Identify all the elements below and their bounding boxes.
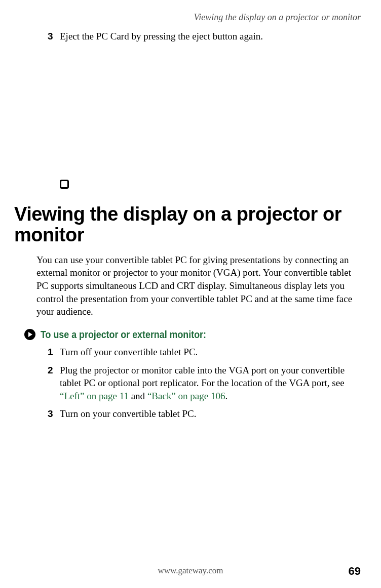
step-text: Plug the projector or monitor cable into… [60, 364, 361, 403]
procedure-step: 1 Turn off your convertible tablet PC. [48, 346, 361, 359]
step-text-part: Plug the projector or monitor cable into… [60, 365, 345, 389]
footer-url: www.gateway.com [0, 566, 381, 576]
stop-icon [60, 180, 69, 189]
section-heading: Viewing the display on a projector or mo… [14, 204, 361, 245]
step-number: 1 [48, 347, 56, 358]
page-number: 69 [349, 565, 361, 578]
cross-ref-link[interactable]: “Back” on page 106 [147, 391, 225, 401]
intro-paragraph: You can use your convertible tablet PC f… [36, 254, 361, 318]
step-text-part: and [129, 391, 147, 401]
section-end-marker [60, 180, 361, 191]
step-number: 2 [48, 365, 56, 376]
procedure-step: 2 Plug the projector or monitor cable in… [48, 364, 361, 403]
prev-section-step: 3 Eject the PC Card by pressing the ejec… [48, 30, 361, 43]
step-text-part: . [225, 391, 227, 401]
procedure-title: To use a projector or external monitor: [41, 328, 206, 341]
step-text: Eject the PC Card by pressing the eject … [60, 30, 263, 43]
running-header: Viewing the display on a projector or mo… [14, 12, 361, 23]
step-text: Turn off your convertible tablet PC. [60, 346, 198, 359]
step-number: 3 [48, 31, 56, 42]
play-icon [24, 329, 35, 340]
step-number: 3 [48, 408, 56, 419]
cross-ref-link[interactable]: “Left” on page 11 [60, 391, 129, 401]
blank-space [14, 48, 361, 180]
manual-page: Viewing the display on a projector or mo… [0, 0, 381, 588]
procedure-header: To use a projector or external monitor: [24, 328, 361, 341]
step-text: Turn on your convertible tablet PC. [60, 407, 197, 421]
procedure-step: 3 Turn on your convertible tablet PC. [48, 407, 361, 421]
